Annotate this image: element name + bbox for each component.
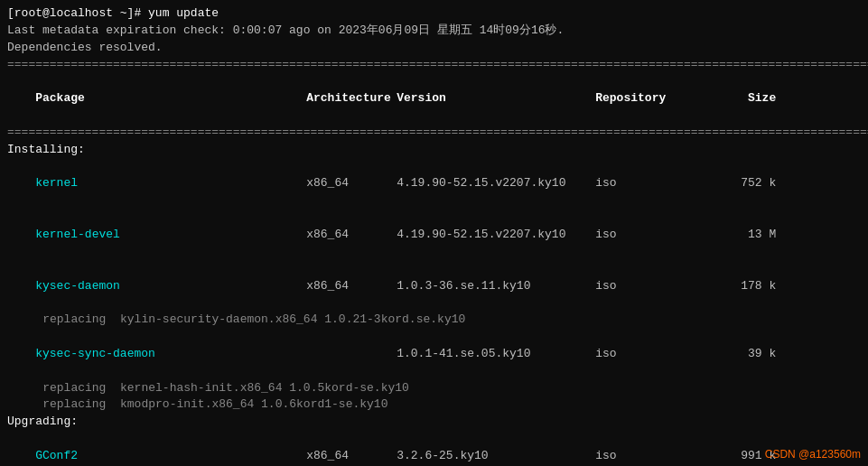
meta-line: Last metadata expiration check: 0:00:07 … [7,23,861,40]
table-row: GConf2x86_643.2.6-25.ky10iso991 k [7,431,861,466]
watermark-handle: @a123560m [798,448,861,461]
table-row: kernel-develx86_644.19.90-52.15.v2207.ky… [7,210,861,261]
replacing-row: replacing kernel-hash-init.x86_64 1.0.5k… [7,380,861,397]
table-row: kernelx86_644.19.90-52.15.v2207.ky10iso7… [7,159,861,210]
deps-line: Dependencies resolved. [7,40,861,57]
section-upgrading: Upgrading: [7,414,861,431]
watermark: CSDN @a123560m [765,448,861,461]
replacing-row: replacing kmodpro-init.x86_64 1.0.6kord1… [7,396,861,414]
table-header: PackageArchitectureVersionRepositorySize [7,73,861,125]
command-line: [root@localhost ~]# yum update [7,5,861,23]
section-installing: Installing: [7,142,861,159]
terminal: [root@localhost ~]# yum update Last meta… [0,0,868,466]
replacing-row: replacing kylin-security-daemon.x86_64 1… [7,312,861,329]
table-row: kysec-sync-daemon1.0.1-41.se.05.ky10iso3… [7,329,861,380]
separator-header: ========================================… [7,125,861,142]
table-row: kysec-daemonx86_641.0.3-36.se.11.ky10iso… [7,261,861,312]
separator-top: ========================================… [7,57,861,74]
watermark-prefix: CSDN [765,448,798,461]
